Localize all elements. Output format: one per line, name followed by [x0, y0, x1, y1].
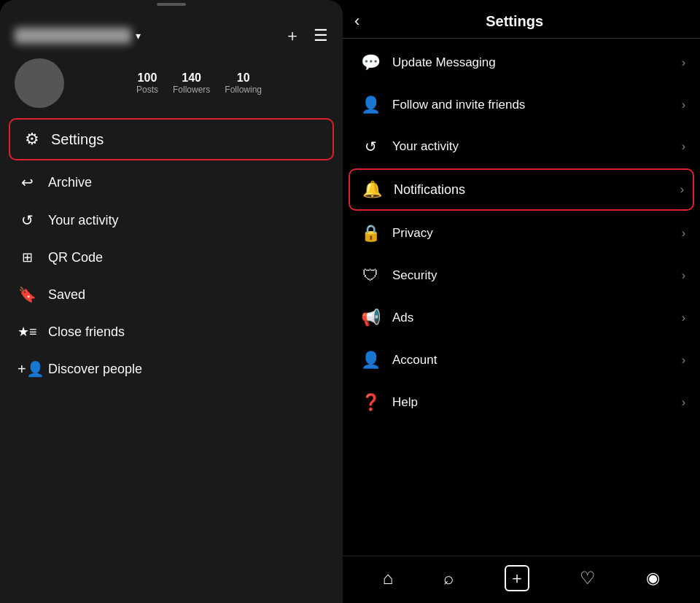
messaging-label: Update Messaging [392, 55, 682, 70]
sidebar-item-qr-code[interactable]: ⊞ QR Code [0, 239, 343, 276]
qr-icon: ⊞ [18, 249, 36, 265]
chevron-down-icon[interactable]: ▾ [136, 30, 141, 42]
privacy-label: Privacy [392, 226, 682, 241]
settings-item-privacy[interactable]: 🔒 Privacy › [343, 212, 700, 254]
settings-icon: ⚙ [25, 130, 39, 149]
messaging-icon: 💬 [357, 53, 384, 72]
posts-stat: 100 Posts [136, 71, 158, 95]
qr-label: QR Code [48, 250, 103, 265]
avatar-row: 100 Posts 140 Followers 10 Following [0, 54, 343, 115]
home-icon[interactable]: ⌂ [383, 568, 394, 588]
chevron-right-icon-6: › [682, 269, 685, 282]
following-count: 10 [237, 71, 250, 85]
follow-icon: 👤 [357, 96, 384, 114]
followers-label: Followers [173, 85, 210, 95]
back-button[interactable]: ‹ [354, 12, 359, 31]
settings-item-ads[interactable]: 📢 Ads › [343, 297, 700, 339]
plus-icon[interactable]: ＋ [284, 25, 300, 47]
left-panel: ▾ ＋ ☰ 100 Posts 140 Followers 10 Followi… [0, 0, 343, 603]
saved-label: Saved [48, 287, 85, 303]
stats-row: 100 Posts 140 Followers 10 Following [70, 71, 328, 95]
archive-label: Archive [48, 175, 92, 190]
posts-label: Posts [136, 85, 158, 95]
sidebar-item-close-friends[interactable]: ★≡ Close friends [0, 314, 343, 350]
help-label: Help [392, 395, 682, 410]
profile-icon[interactable]: ◉ [646, 569, 660, 588]
sidebar-item-discover-people[interactable]: +👤 Discover people [0, 350, 343, 388]
right-header: ‹ Settings [343, 0, 700, 38]
settings-item-update-messaging[interactable]: 💬 Update Messaging › [343, 42, 700, 84]
page-title: Settings [367, 13, 662, 30]
chevron-right-icon-8: › [682, 354, 685, 367]
settings-menu-item[interactable]: ⚙ Settings [9, 118, 334, 160]
followers-count: 140 [182, 71, 201, 85]
sidebar-item-archive[interactable]: ↩ Archive [0, 163, 343, 201]
posts-count: 100 [138, 71, 158, 85]
following-label: Following [225, 85, 262, 95]
avatar [15, 58, 64, 108]
settings-item-security[interactable]: 🛡 Security › [343, 254, 700, 297]
ads-label: Ads [392, 311, 682, 325]
chevron-right-icon-3: › [682, 140, 685, 153]
chevron-right-icon-4: › [680, 183, 684, 196]
sidebar-item-your-activity[interactable]: ↺ Your activity [0, 201, 343, 239]
chevron-right-icon-9: › [682, 396, 685, 409]
settings-item-follow-invite[interactable]: 👤 Follow and invite friends › [343, 84, 700, 126]
close-friends-icon: ★≡ [18, 324, 36, 340]
chevron-right-icon-7: › [682, 311, 685, 324]
header-icons: ＋ ☰ [284, 25, 328, 47]
your-activity-icon: ↺ [357, 138, 384, 155]
settings-item-account[interactable]: 👤 Account › [343, 339, 700, 381]
close-friends-label: Close friends [48, 324, 125, 340]
heart-icon[interactable]: ♡ [580, 568, 596, 588]
followers-stat: 140 Followers [173, 71, 210, 95]
discover-icon: +👤 [18, 360, 36, 378]
chevron-right-icon-5: › [682, 227, 685, 240]
search-icon[interactable]: ⌕ [443, 568, 454, 588]
follow-label: Follow and invite friends [392, 98, 682, 112]
security-label: Security [392, 268, 682, 283]
right-panel: ‹ Settings 💬 Update Messaging › 👤 Follow… [343, 0, 700, 603]
archive-icon: ↩ [18, 174, 36, 191]
left-header: ▾ ＋ ☰ [0, 12, 343, 54]
following-stat: 10 Following [225, 71, 262, 95]
ads-icon: 📢 [357, 308, 384, 327]
security-icon: 🛡 [357, 266, 384, 285]
chevron-right-icon-2: › [682, 98, 685, 112]
notifications-icon: 🔔 [359, 180, 385, 199]
username-blur [15, 28, 131, 44]
account-label: Account [392, 353, 682, 367]
activity-label: Your activity [48, 213, 118, 228]
activity-icon: ↺ [18, 211, 36, 229]
discover-label: Discover people [48, 362, 142, 377]
saved-icon: 🔖 [18, 286, 36, 303]
username-area: ▾ [15, 28, 141, 44]
settings-item-your-activity[interactable]: ↺ Your activity › [343, 126, 700, 167]
settings-item-help[interactable]: ❓ Help › [343, 381, 700, 424]
your-activity-label: Your activity [392, 139, 682, 154]
sidebar-item-saved[interactable]: 🔖 Saved [0, 276, 343, 314]
create-icon[interactable]: ＋ [505, 565, 529, 591]
help-icon: ❓ [357, 393, 384, 412]
settings-item-notifications[interactable]: 🔔 Notifications › [349, 168, 694, 211]
drag-handle [157, 3, 186, 6]
chevron-right-icon: › [682, 56, 685, 69]
privacy-icon: 🔒 [357, 224, 384, 243]
settings-label: Settings [51, 131, 104, 148]
menu-icon[interactable]: ☰ [314, 26, 328, 45]
notifications-label: Notifications [394, 182, 680, 198]
header-divider [343, 38, 700, 39]
account-icon: 👤 [357, 351, 384, 370]
bottom-nav: ⌂ ⌕ ＋ ♡ ◉ [343, 556, 700, 603]
